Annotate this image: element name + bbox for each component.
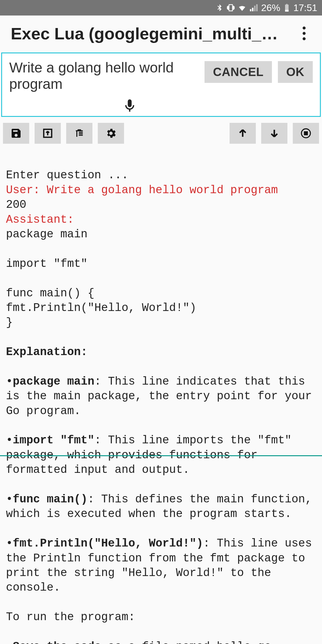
bullet2-bold: import "fmt" [13, 434, 95, 447]
status-bar: 26% 17:51 [0, 0, 322, 16]
bullet4-bold: fmt.Println("Hello, World!") [13, 537, 203, 550]
app-bar: Exec Lua (googlegemini_multi_… [0, 16, 322, 51]
clock: 17:51 [293, 2, 317, 13]
bullet3-bold: func main() [13, 493, 88, 506]
open-button[interactable] [35, 123, 61, 144]
bullet1-bold: package main [13, 375, 95, 388]
user-prefix: User: [6, 184, 47, 196]
user-msg: Write a golang hello world program [47, 184, 278, 196]
microphone-button[interactable] [121, 97, 139, 115]
scroll-down-button[interactable] [261, 123, 287, 144]
signal-icon [249, 4, 258, 12]
cancel-button[interactable]: CANCEL [205, 61, 272, 83]
bluetooth-icon [215, 4, 224, 12]
prompt-input[interactable]: Write a golang hello world program [9, 59, 199, 92]
page-title: Exec Lua (googlegemini_multi_… [11, 24, 297, 43]
assistant-label: Assistant: [6, 213, 74, 226]
output-enter: Enter question ... [6, 169, 128, 182]
output-area[interactable]: Enter question ... User: Write a golang … [0, 146, 322, 644]
settings-button[interactable] [98, 123, 124, 144]
status-tray [215, 4, 258, 12]
battery-icon [284, 4, 290, 12]
wifi-icon [238, 4, 246, 12]
run-heading: To run the program: [6, 611, 135, 623]
explanation-heading: Explanation: [6, 346, 88, 358]
divider [0, 455, 322, 456]
run1-bold: Save the code [13, 640, 101, 644]
status-code: 200 [6, 198, 26, 211]
run1-rest: as a file named hello.go. [101, 640, 278, 644]
overflow-menu-button[interactable] [297, 26, 311, 41]
battery-percent: 26% [261, 2, 280, 13]
code-block: package main import "fmt" func main() { … [6, 228, 196, 329]
save-button[interactable] [3, 123, 29, 144]
stop-button[interactable] [293, 123, 319, 144]
svg-rect-5 [304, 132, 307, 135]
ok-button[interactable]: OK [278, 61, 313, 83]
scroll-up-button[interactable] [230, 123, 256, 144]
vibrate-icon [227, 4, 235, 12]
clear-button[interactable] [66, 123, 92, 144]
svg-rect-2 [286, 4, 288, 4]
prompt-panel: Write a golang hello world program CANCE… [1, 52, 321, 117]
action-toolbar [0, 120, 322, 146]
svg-rect-1 [285, 10, 289, 12]
